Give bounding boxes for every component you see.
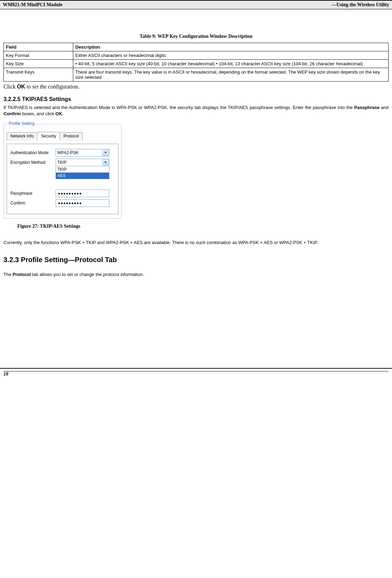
protocol-paragraph: The Protocol tab allows you to set or ch… — [3, 271, 389, 278]
group-box-title: Profile Setting — [7, 121, 36, 126]
encryption-method-value: TKIP — [57, 160, 67, 165]
dropdown-item-tkip[interactable]: TKIP — [56, 166, 109, 173]
figure-caption: Figure 27: TKIP/AES Settings — [17, 224, 389, 229]
confirm-label: Confirm: — [10, 201, 56, 206]
table-row: Key Format Either ASCII characters or he… — [4, 51, 389, 60]
table-caption: Table 9: WEP Key Configuration Window De… — [3, 34, 389, 39]
click-ok-text: Click OK to set the configuration. — [3, 84, 389, 90]
tab-network-info[interactable]: Network Info — [7, 132, 37, 141]
cell-field: Key Format — [4, 51, 73, 60]
confirm-input[interactable] — [56, 199, 109, 207]
chevron-down-icon[interactable] — [102, 150, 109, 156]
tab-strip: Network Info Security Protocol — [7, 132, 118, 140]
header-right: —Using the Wireless Utility — [332, 2, 389, 8]
auth-mode-value: WPA2-PSK — [57, 150, 78, 155]
passphrase-label: Passphrase — [10, 191, 56, 196]
section-heading-protocol: 3.2.3 Profile Setting—Protocol Tab — [3, 256, 389, 264]
table-header-description: Description — [73, 43, 389, 51]
cell-desc: • 40-bit, 5 character ASCII key size (40… — [73, 60, 389, 68]
header-left: WM821-M MiniPCI Module — [3, 2, 62, 8]
wep-config-table: Field Description Key Format Either ASCI… — [3, 43, 389, 82]
encryption-method-label: Encryption Method: — [10, 160, 56, 165]
table-row: Key Size • 40-bit, 5 character ASCII key… — [4, 60, 389, 68]
security-tab-panel: Authentication Mode: WPA2-PSK Encryption… — [7, 144, 118, 214]
table-row: Transmit Keys There are four transmit ke… — [4, 68, 389, 82]
currently-paragraph: Currently, only the functions WPA-PSK + … — [3, 240, 389, 246]
tab-security[interactable]: Security — [37, 132, 60, 140]
encryption-dropdown-list: TKIP AES — [56, 166, 109, 179]
tab-protocol[interactable]: Protocol — [60, 132, 83, 141]
passphrase-input[interactable] — [56, 190, 109, 197]
table-header-field: Field — [4, 43, 73, 51]
cell-desc: There are four transmit keys. The key va… — [73, 68, 389, 82]
cell-field: Key Size — [4, 60, 73, 68]
auth-mode-combo[interactable]: WPA2-PSK — [56, 149, 109, 157]
auth-mode-label: Authentication Mode: — [10, 150, 56, 155]
cell-desc: Either ASCII characters or hexadecimal d… — [73, 51, 389, 60]
page-number: 18 — [3, 371, 8, 377]
section-heading-tkip: 3.2.2.5 TKIP/AES Settings — [3, 96, 389, 102]
tkip-paragraph: If TKIP/AES is selected and the Authenti… — [3, 104, 389, 117]
page-footer: 18 — [0, 368, 392, 379]
page-header: WM821-M MiniPCI Module —Using the Wirele… — [0, 0, 392, 9]
profile-setting-dialog: Profile Setting Network Info Security Pr… — [3, 124, 122, 219]
chevron-down-icon[interactable] — [102, 159, 109, 166]
dropdown-item-aes[interactable]: AES — [56, 173, 109, 179]
encryption-method-combo[interactable]: TKIP — [56, 159, 109, 166]
cell-field: Transmit Keys — [4, 68, 73, 82]
